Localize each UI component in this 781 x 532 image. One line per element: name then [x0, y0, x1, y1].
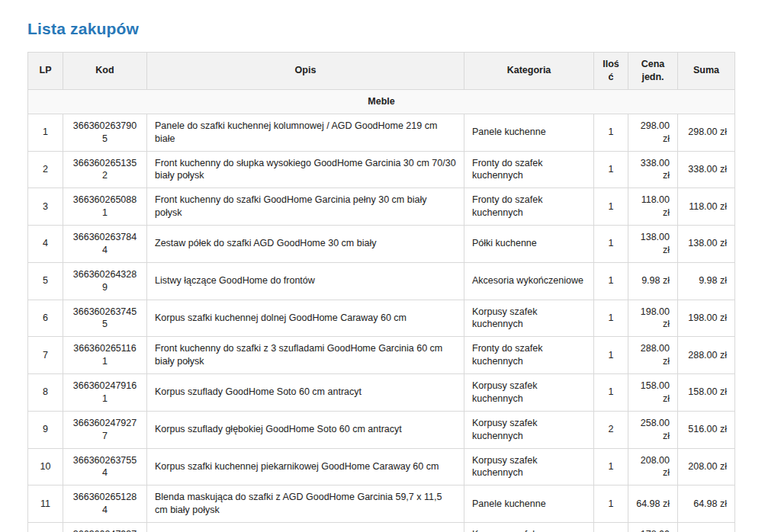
cell-cena: 64.98 zł [628, 486, 678, 523]
cell-lp: 7 [28, 337, 63, 374]
table-row: 63663602637455Korpus szafki kuchennej do… [28, 300, 735, 337]
cell-cena: 9.98 zł [628, 262, 678, 300]
cell-cena: 118.00 zł [628, 188, 678, 226]
cell-ilosc: 1 [594, 151, 628, 188]
cell-lp: 9 [28, 411, 63, 448]
cell-kategoria: Panele kuchenne [464, 114, 594, 151]
cell-suma: 138.00 zł [678, 226, 735, 263]
column-header-lp: LP [28, 53, 63, 90]
table-header-row: LP Kod Opis Kategoria Ilość Cena jedn. S… [28, 53, 735, 90]
cell-kod: 3663602637905 [63, 114, 147, 151]
table-row: 23663602651352Front kuchenny do słupka w… [28, 151, 735, 188]
cell-ilosc: 1 [594, 300, 628, 337]
cell-opis: Listwy łączące GoodHome do frontów [147, 262, 464, 300]
cell-kod: 3663602650881 [63, 188, 147, 226]
cell-opis: Korpus szafki kuchennej piekarnikowej Go… [147, 448, 464, 486]
cell-ilosc: 1 [594, 114, 628, 151]
cell-cena: 208.00 zł [628, 448, 678, 486]
cell-kategoria: Panele kuchenne [464, 486, 594, 523]
cell-ilosc: 1 [594, 486, 628, 523]
cell-lp: 12 [28, 523, 63, 532]
cell-kod: 3663602479376 [63, 523, 147, 532]
cell-lp: 6 [28, 300, 63, 337]
column-header-kod: Kod [63, 53, 147, 90]
cell-lp: 11 [28, 486, 63, 523]
table-row: 43663602637844Zestaw półek do szafki AGD… [28, 226, 735, 263]
cell-lp: 4 [28, 226, 63, 263]
table-row: 93663602479277Korpus szuflady głębokiej … [28, 411, 735, 448]
cell-cena: 338.00 zł [628, 151, 678, 188]
cell-ilosc: 1 [594, 523, 628, 532]
cell-opis: Korpus szuflady podpiekarnikowej GoodHom… [147, 523, 464, 532]
cell-suma: 338.00 zł [678, 151, 735, 188]
cell-lp: 3 [28, 188, 63, 226]
table-row: 73663602651161Front kuchenny do szafki z… [28, 337, 735, 374]
cell-cena: 198.00 zł [628, 300, 678, 337]
cell-opis: Zestaw półek do szafki AGD GoodHome 30 c… [147, 226, 464, 263]
cell-opis: Front kuchenny do szafki GoodHome Garcin… [147, 188, 464, 226]
cell-cena: 158.00 zł [628, 374, 678, 412]
cell-kategoria: Półki kuchenne [464, 226, 594, 263]
cell-ilosc: 1 [594, 262, 628, 300]
column-header-opis: Opis [147, 53, 464, 90]
cell-kod: 3663602651284 [63, 486, 147, 523]
cell-cena: 298.00 zł [628, 114, 678, 151]
cell-suma: 64.98 zł [678, 486, 735, 523]
cell-opis: Korpus szuflady głębokiej GoodHome Soto … [147, 411, 464, 448]
cell-lp: 8 [28, 374, 63, 412]
cell-ilosc: 1 [594, 226, 628, 263]
cell-cena: 178.00 zł [628, 523, 678, 532]
cell-cena: 138.00 zł [628, 226, 678, 263]
cell-suma: 118.00 zł [678, 188, 735, 226]
cell-opis: Korpus szafki kuchennej dolnej GoodHome … [147, 300, 464, 337]
cell-kategoria: Fronty do szafek kuchennych [464, 188, 594, 226]
cell-kategoria: Korpusy szafek kuchennych [464, 448, 594, 486]
cell-ilosc: 2 [594, 411, 628, 448]
cell-suma: 178.00 zł [678, 523, 735, 532]
cell-kod: 3663602479161 [63, 374, 147, 412]
cell-kod: 3663602479277 [63, 411, 147, 448]
cell-kategoria: Akcesoria wykończeniowe [464, 262, 594, 300]
table-header: LP Kod Opis Kategoria Ilość Cena jedn. S… [28, 53, 735, 90]
column-header-suma: Suma [678, 53, 735, 90]
cell-kategoria: Korpusy szafek kuchennych [464, 374, 594, 412]
cell-ilosc: 1 [594, 188, 628, 226]
table-row: 123663602479376Korpus szuflady podpiekar… [28, 523, 735, 532]
table-row: 13663602637905Panele do szafki kuchennej… [28, 114, 735, 151]
cell-ilosc: 1 [594, 337, 628, 374]
cell-opis: Korpus szuflady GoodHome Soto 60 cm antr… [147, 374, 464, 412]
cell-kategoria: Korpusy szafek kuchennych [464, 523, 594, 532]
table-row: 83663602479161Korpus szuflady GoodHome S… [28, 374, 735, 412]
section-row-meble: Meble [28, 89, 735, 114]
cell-suma: 198.00 zł [678, 300, 735, 337]
column-header-kategoria: Kategoria [464, 53, 594, 90]
cell-kategoria: Korpusy szafek kuchennych [464, 411, 594, 448]
cell-opis: Front kuchenny do szafki z 3 szufladami … [147, 337, 464, 374]
cell-kod: 3663602651161 [63, 337, 147, 374]
column-header-ilosc: Ilość [594, 53, 628, 90]
table-body: Meble 13663602637905Panele do szafki kuc… [28, 89, 735, 532]
cell-lp: 2 [28, 151, 63, 188]
table-row: 103663602637554Korpus szafki kuchennej p… [28, 448, 735, 486]
cell-cena: 258.00 zł [628, 411, 678, 448]
cell-lp: 10 [28, 448, 63, 486]
page-title: Lista zakupów [27, 20, 754, 38]
cell-suma: 158.00 zł [678, 374, 735, 412]
section-label: Meble [28, 89, 735, 114]
column-header-cena-jedn: Cena jedn. [628, 53, 678, 90]
cell-suma: 208.00 zł [678, 448, 735, 486]
cell-opis: Front kuchenny do słupka wysokiego GoodH… [147, 151, 464, 188]
cell-kod: 3663602651352 [63, 151, 147, 188]
cell-ilosc: 1 [594, 448, 628, 486]
cell-lp: 1 [28, 114, 63, 151]
cell-opis: Blenda maskująca do szafki z AGD GoodHom… [147, 486, 464, 523]
cell-lp: 5 [28, 262, 63, 300]
page-container: Lista zakupów LP Kod Opis Kategoria Iloś… [0, 0, 781, 532]
table-row: 53663602643289Listwy łączące GoodHome do… [28, 262, 735, 300]
cell-suma: 298.00 zł [678, 114, 735, 151]
cell-kategoria: Fronty do szafek kuchennych [464, 337, 594, 374]
cell-kod: 3663602643289 [63, 262, 147, 300]
cell-cena: 288.00 zł [628, 337, 678, 374]
cell-kod: 3663602637844 [63, 226, 147, 263]
cell-opis: Panele do szafki kuchennej kolumnowej / … [147, 114, 464, 151]
